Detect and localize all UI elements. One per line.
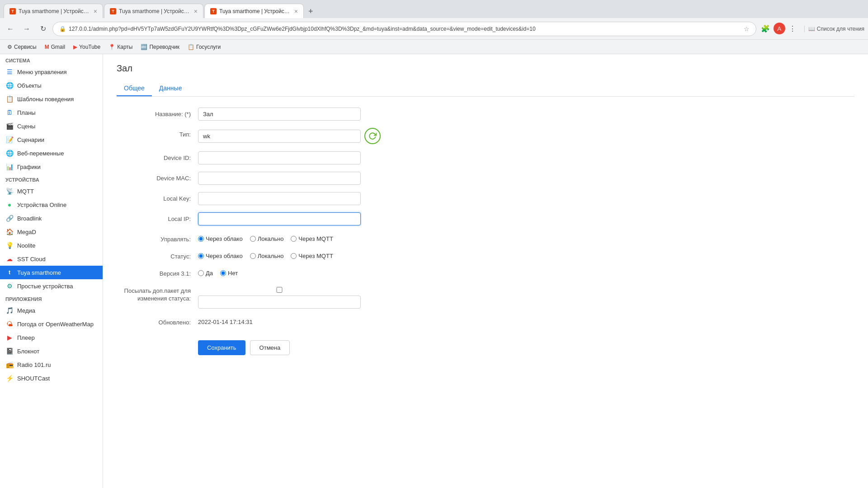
tuya-icon: t bbox=[5, 268, 14, 277]
reading-list-label[interactable]: Список для чтения bbox=[817, 26, 864, 32]
sidebar-item-devices-online[interactable]: ● Устройства Online bbox=[0, 198, 103, 211]
browser-tab-2[interactable]: T Tuya smarthome | Устройства | × bbox=[104, 4, 203, 18]
manage-mqtt-radio[interactable] bbox=[291, 236, 297, 242]
form-group-local-ip: Local IP: bbox=[117, 212, 854, 225]
address-bar[interactable]: 🔒 127.0.0.1/admin.php?pd=dHV5YTp7aW5zdGF… bbox=[52, 22, 756, 36]
refresh-type-button[interactable] bbox=[364, 128, 381, 144]
bookmark-gmail[interactable]: M Gmail bbox=[41, 42, 69, 52]
new-tab-button[interactable]: + bbox=[305, 5, 317, 18]
sidebar-item-megad[interactable]: 🏠 MegaD bbox=[0, 225, 103, 239]
back-button[interactable]: ← bbox=[4, 22, 17, 36]
sidebar-item-notepad[interactable]: 📓 Блокнот bbox=[0, 344, 103, 358]
sidebar-item-radio[interactable]: 📻 Radio 101.ru bbox=[0, 358, 103, 371]
sidebar-item-plans[interactable]: 🗓 Планы bbox=[0, 106, 103, 119]
local-ip-input[interactable] bbox=[198, 212, 361, 225]
version-radio-group: Да Нет bbox=[198, 267, 238, 277]
sidebar-item-player[interactable]: ▶ Плеер bbox=[0, 331, 103, 344]
status-local[interactable]: Локально bbox=[250, 253, 284, 259]
status-cloud-radio[interactable] bbox=[198, 253, 204, 259]
sidebar-item-menu[interactable]: ☰ Меню управления bbox=[0, 65, 103, 79]
sidebar-item-scenes[interactable]: 🎬 Сцены bbox=[0, 119, 103, 133]
local-key-input[interactable] bbox=[198, 192, 361, 205]
reload-button[interactable]: ↻ bbox=[36, 22, 50, 36]
version-no-radio[interactable] bbox=[220, 270, 226, 276]
tab-data[interactable]: Данные bbox=[152, 81, 189, 96]
form-group-local-key: Local Key: bbox=[117, 192, 854, 205]
status-local-radio[interactable] bbox=[250, 253, 256, 259]
sidebar-item-mqtt[interactable]: 📡 MQTT bbox=[0, 184, 103, 198]
sst-icon: ☁ bbox=[5, 255, 14, 263]
tab-title-2: Tuya smarthome | Устройства | bbox=[119, 8, 191, 14]
bookmark-translate[interactable]: 🔤 Переводчик bbox=[137, 42, 183, 52]
browser-tab-3[interactable]: T Tuya smarthome | Устройства | × bbox=[204, 4, 304, 18]
manage-local[interactable]: Локально bbox=[250, 235, 284, 242]
version-yes-radio[interactable] bbox=[198, 270, 204, 276]
menu-button[interactable]: ⋮ bbox=[787, 23, 798, 35]
sidebar-label-weather: Погода от OpenWeatherMap bbox=[17, 321, 94, 328]
noolite-icon: 💡 bbox=[5, 241, 14, 249]
bookmark-youtube[interactable]: ▶ YouTube bbox=[70, 42, 104, 52]
sidebar-label-media: Медиа bbox=[17, 307, 35, 314]
browser-tab-1[interactable]: T Tuya smarthome | Устройства | × bbox=[4, 4, 103, 18]
sidebar-item-objects[interactable]: 🌐 Объекты bbox=[0, 79, 103, 92]
profile-button[interactable]: А bbox=[774, 23, 785, 34]
device-id-label: Device ID: bbox=[117, 151, 198, 161]
save-button[interactable]: Сохранить bbox=[198, 340, 245, 355]
tab-favicon-3: T bbox=[210, 8, 217, 14]
sidebar-item-shoutcast[interactable]: ⚡ SHOUTCast bbox=[0, 371, 103, 385]
extra-packet-input[interactable] bbox=[198, 296, 361, 309]
sidebar-item-media[interactable]: 🎵 Медиа bbox=[0, 304, 103, 317]
version-yes[interactable]: Да bbox=[198, 270, 213, 277]
manage-local-radio[interactable] bbox=[250, 236, 256, 242]
sidebar-item-charts[interactable]: 📊 Графики bbox=[0, 160, 103, 174]
player-icon: ▶ bbox=[5, 333, 14, 342]
extra-packet-checkbox[interactable] bbox=[198, 287, 361, 293]
sidebar-item-scenarios[interactable]: 📝 Сценарии bbox=[0, 133, 103, 146]
form-actions: Сохранить Отмена bbox=[117, 333, 854, 355]
bookmark-maps-icon: 📍 bbox=[108, 44, 115, 50]
tab-title-3: Tuya smarthome | Устройства | bbox=[219, 8, 292, 14]
manage-mqtt[interactable]: Через MQTT bbox=[291, 235, 333, 242]
weather-icon: 🌤 bbox=[5, 320, 14, 328]
sidebar-label-menu: Меню управления bbox=[17, 69, 67, 75]
sidebar-item-webvars[interactable]: 🌐 Веб-переменные bbox=[0, 146, 103, 160]
cancel-button[interactable]: Отмена bbox=[250, 340, 290, 355]
sidebar-item-tuya[interactable]: t Tuya smarthome bbox=[0, 266, 103, 279]
tab-close-2[interactable]: × bbox=[194, 8, 198, 15]
sidebar-item-broadlink[interactable]: 🔗 Broadlink bbox=[0, 211, 103, 225]
sidebar-item-noolite[interactable]: 💡 Noolite bbox=[0, 239, 103, 252]
sidebar-label-shoutcast: SHOUTCast bbox=[17, 375, 50, 382]
manage-radio-group: Через облако Локально Через MQTT bbox=[198, 233, 333, 242]
bookmark-star[interactable]: ☆ bbox=[744, 25, 750, 33]
type-input[interactable] bbox=[198, 130, 361, 143]
bookmark-gosuslugi[interactable]: 📋 Госуслуги bbox=[184, 42, 224, 52]
sidebar-item-weather[interactable]: 🌤 Погода от OpenWeatherMap bbox=[0, 317, 103, 331]
sidebar-label-tuya: Tuya smarthome bbox=[17, 269, 61, 276]
bookmark-youtube-icon: ▶ bbox=[73, 44, 77, 50]
tab-general[interactable]: Общее bbox=[117, 81, 152, 96]
name-input[interactable] bbox=[198, 108, 361, 121]
bookmark-servisy[interactable]: ⚙ Сервисы bbox=[4, 42, 40, 52]
bookmark-servisy-icon: ⚙ bbox=[7, 44, 12, 50]
tab-favicon-1: T bbox=[9, 8, 16, 14]
tab-close-3[interactable]: × bbox=[294, 8, 298, 15]
manage-cloud[interactable]: Через облако bbox=[198, 235, 243, 242]
tab-title-1: Tuya smarthome | Устройства | bbox=[19, 8, 91, 14]
forward-button[interactable]: → bbox=[20, 22, 33, 36]
sidebar-item-templates[interactable]: 📋 Шаблоны поведения bbox=[0, 92, 103, 106]
sidebar-label-templates: Шаблоны поведения bbox=[17, 96, 74, 103]
form-group-updated: Обновлено: 2022-01-14 17:14:31 bbox=[117, 316, 854, 326]
status-mqtt-radio[interactable] bbox=[291, 253, 297, 259]
status-mqtt[interactable]: Через MQTT bbox=[291, 253, 333, 259]
version-no[interactable]: Нет bbox=[220, 270, 238, 277]
manage-cloud-radio[interactable] bbox=[198, 236, 204, 242]
status-cloud[interactable]: Через облако bbox=[198, 253, 243, 259]
sidebar-item-simple-devices[interactable]: ⚙ Простые устройства bbox=[0, 279, 103, 293]
extensions-button[interactable]: 🧩 bbox=[759, 23, 772, 35]
sidebar-item-sst[interactable]: ☁ SST Cloud bbox=[0, 252, 103, 266]
sidebar-label-notepad: Блокнот bbox=[17, 348, 39, 355]
bookmark-maps[interactable]: 📍 Карты bbox=[105, 42, 136, 52]
device-id-input[interactable] bbox=[198, 151, 361, 164]
device-mac-input[interactable] bbox=[198, 172, 361, 185]
tab-close-1[interactable]: × bbox=[94, 8, 97, 15]
